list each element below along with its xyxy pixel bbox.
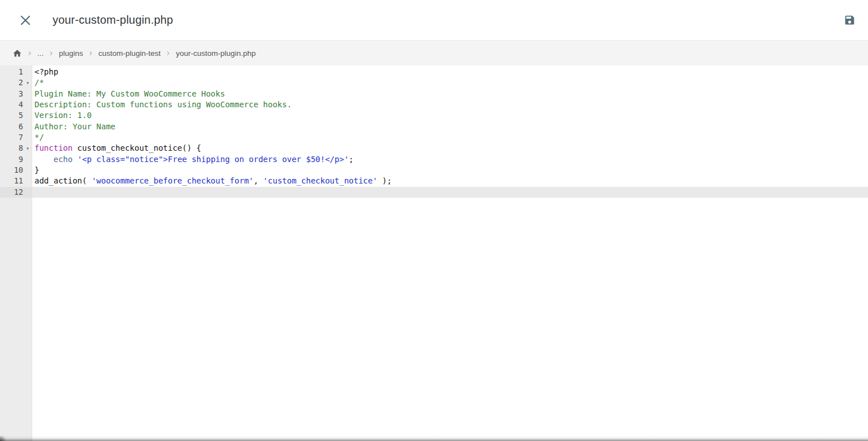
chevron-down-icon[interactable]: ▾ [23,77,32,88]
line-number: 5 [0,110,23,121]
line-number: 9 [0,154,23,165]
code-line[interactable]: 6Author: Your Name [0,121,868,132]
breadcrumb-item-plugins[interactable]: plugins [59,49,83,58]
code-line-text: <?php [32,67,868,77]
chevron-down-icon[interactable]: ▾ [23,143,32,154]
code-line-text: Version: 1.0 [32,110,868,121]
line-gutter[interactable]: 5 [0,110,32,121]
line-gutter[interactable]: 1 [0,67,32,77]
breadcrumb-home[interactable] [12,49,22,58]
code-line[interactable]: 9 echo '<p class="notice">Free shipping … [0,154,868,165]
line-number: 1 [0,67,23,77]
line-gutter[interactable]: 11 [0,176,32,186]
code-line-text: function custom_checkout_notice() { [32,143,868,154]
code-line[interactable]: 7*/ [0,132,868,143]
chevron-right-icon [27,50,32,56]
code-line-text: add_action( 'woocommerce_before_checkout… [32,176,868,186]
close-icon [18,13,33,28]
editor-header: your-custom-plugin.php [0,0,868,41]
code-line[interactable]: 2▾/* [0,77,868,88]
file-title: your-custom-plugin.php [53,14,844,27]
code-line-text: */ [32,132,868,143]
code-line-text: Description: Custom functions using WooC… [32,99,868,110]
code-line-text: /* [32,77,868,88]
code-line-text: } [32,165,868,176]
line-gutter[interactable]: 7 [0,132,32,143]
line-gutter[interactable]: 9 [0,154,32,165]
line-gutter[interactable]: 8▾ [0,143,32,154]
code-line[interactable]: 1<?php [0,67,868,77]
line-number: 7 [0,132,23,143]
breadcrumb-item-ellipsis[interactable]: ... [37,49,44,58]
breadcrumb-item-custom-plugin-test[interactable]: custom-plugin-test [98,49,160,58]
breadcrumb-item-current-file[interactable]: your-custom-plugin.php [176,49,255,58]
line-number: 2 [0,77,23,88]
breadcrumb: ... plugins custom-plugin-test your-cust… [0,41,868,66]
chevron-right-icon [49,50,54,56]
line-number: 4 [0,99,23,110]
line-gutter[interactable]: 12 [0,187,32,198]
line-number: 3 [0,89,23,99]
code-line[interactable]: 12 [0,187,868,198]
line-number: 12 [0,187,23,198]
line-gutter[interactable]: 10 [0,165,32,176]
save-button[interactable] [844,14,856,26]
home-icon [12,49,22,58]
code-line[interactable]: 11add_action( 'woocommerce_before_checko… [0,176,868,186]
code-line[interactable]: 4Description: Custom functions using Woo… [0,99,868,110]
chevron-right-icon [166,50,171,56]
line-number: 11 [0,176,23,186]
line-number: 10 [0,165,23,176]
save-icon [844,14,856,26]
line-gutter[interactable]: 6 [0,121,32,132]
close-button[interactable] [18,13,33,28]
code-editor[interactable]: 1<?php2▾/*3Plugin Name: My Custom WooCom… [0,66,868,441]
chevron-right-icon [88,50,93,56]
code-lines: 1<?php2▾/*3Plugin Name: My Custom WooCom… [0,66,868,198]
code-line[interactable]: 3Plugin Name: My Custom WooCommerce Hook… [0,89,868,99]
line-gutter[interactable]: 2▾ [0,77,32,88]
code-line-text: echo '<p class="notice">Free shipping on… [32,154,868,165]
code-line-text: Author: Your Name [32,121,868,132]
code-line[interactable]: 10} [0,165,868,176]
code-line-text [32,187,868,198]
code-line[interactable]: 5Version: 1.0 [0,110,868,121]
line-gutter[interactable]: 4 [0,99,32,110]
line-number: 6 [0,121,23,132]
line-number: 8 [0,143,23,154]
code-line-text: Plugin Name: My Custom WooCommerce Hooks [32,89,868,99]
line-gutter[interactable]: 3 [0,89,32,99]
code-line[interactable]: 8▾function custom_checkout_notice() { [0,143,868,154]
file-editor-window: your-custom-plugin.php ... plugins [0,0,868,441]
